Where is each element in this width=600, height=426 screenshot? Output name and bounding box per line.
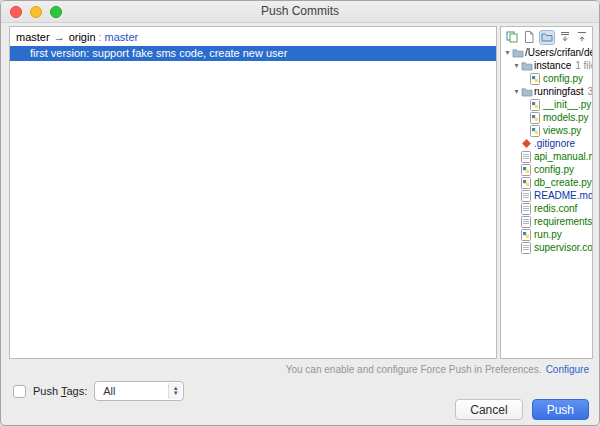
configure-link[interactable]: Configure [546,364,589,375]
tree-item-label: /Users/crifan/dev/dev_root/dar [525,47,593,58]
py-icon [521,229,534,241]
tree-row[interactable]: config.py [501,72,592,85]
push-tags-checkbox[interactable] [13,385,26,398]
files-toolbar [501,27,592,46]
file-count-label: 3 files [587,86,593,97]
zoom-button[interactable] [50,6,62,18]
file-count-label: 1 file [575,60,593,71]
expanded-arrow-icon[interactable]: ▾ [512,59,521,72]
window-title: Push Commits [1,1,599,22]
tree-row[interactable]: api_manual.md [501,150,592,163]
tree-row[interactable]: views.py [501,124,592,137]
close-button[interactable] [10,6,22,18]
tree-item-label: supervisor.conf [534,242,593,253]
tree-row[interactable]: models.py [501,111,592,124]
tree-row[interactable]: redis.conf [501,202,592,215]
tree-row[interactable]: ▾instance1 file [501,59,592,72]
tree-row[interactable]: db_create.py [501,176,592,189]
tree-item-label: config.py [543,73,583,84]
file-tree: ▾/Users/crifan/dev/dev_root/dar▾instance… [501,46,592,254]
folder-icon [521,61,534,71]
force-push-hint: You can enable and configure Force Push … [286,364,589,375]
text-icon [521,190,534,202]
gitignore-icon [521,138,534,149]
py-icon [530,125,543,137]
commits-pane: master→origin:master first version: supp… [9,26,497,359]
remote-branch-link[interactable]: master [105,31,139,43]
arrow-right-icon: → [54,31,65,43]
local-branch-label: master [16,31,50,43]
tree-item-label: runningfast [534,86,583,97]
minimize-button[interactable] [30,6,42,18]
push-commits-dialog: Push Commits master→origin:master first … [0,0,600,426]
text-icon [521,203,534,215]
tree-item-label: views.py [543,125,581,136]
jump-to-source-icon[interactable] [522,30,538,45]
py-icon [521,164,534,176]
folder-icon [521,87,534,97]
text-icon [521,216,534,228]
tree-item-label: models.py [543,112,589,123]
tree-row[interactable]: ▾/Users/crifan/dev/dev_root/dar [501,46,592,59]
commit-message: first version: support fake sms code, cr… [30,47,287,59]
py-icon [530,99,543,111]
tags-dropdown-value: All [103,385,115,397]
hint-text: You can enable and configure Force Push … [286,364,542,375]
push-tags-label: Push Tags: [33,385,87,397]
tree-row[interactable]: __init__.py [501,98,592,111]
tree-item-label: requirements.txt [534,216,593,227]
push-tags-row: Push Tags: All ▲▼ [13,381,184,401]
text-icon [521,242,534,254]
py-icon [521,177,534,189]
tree-item-label: README.md [534,190,593,201]
branch-row[interactable]: master→origin:master [10,27,496,46]
tree-item-label: __init__.py [543,99,591,110]
tree-row[interactable]: run.py [501,228,592,241]
changed-files-pane: ▾/Users/crifan/dev/dev_root/dar▾instance… [500,26,593,359]
tree-row[interactable]: config.py [501,163,592,176]
tree-item-label: db_create.py [534,177,592,188]
title-bar[interactable]: Push Commits [1,1,599,23]
py-icon [530,73,543,85]
branch-separator: : [99,31,102,43]
commit-item-selected[interactable]: first version: support fake sms code, cr… [10,46,496,61]
py-icon [530,112,543,124]
tree-row[interactable]: ▾runningfast3 files [501,85,592,98]
tree-row[interactable]: requirements.txt [501,215,592,228]
show-diff-icon[interactable] [504,30,520,45]
tree-row[interactable]: .gitignore [501,137,592,150]
folder-icon [512,48,525,58]
expanded-arrow-icon[interactable]: ▾ [503,46,512,59]
tree-item-label: redis.conf [534,203,577,214]
text-icon [521,151,534,163]
tree-row[interactable]: README.md [501,189,592,202]
tree-row[interactable]: supervisor.conf [501,241,592,254]
tree-item-label: config.py [534,164,574,175]
group-by-directory-icon[interactable] [539,30,555,45]
expanded-arrow-icon[interactable]: ▾ [512,85,521,98]
remote-name-label[interactable]: origin [69,31,96,43]
tree-item-label: run.py [534,229,562,240]
tree-item-label: instance [534,60,571,71]
push-button[interactable]: Push [532,399,589,420]
dialog-buttons: Cancel Push [455,399,589,420]
tree-item-label: api_manual.md [534,151,593,162]
cancel-button[interactable]: Cancel [455,399,522,420]
dropdown-stepper-icon: ▲▼ [168,383,182,399]
tags-dropdown[interactable]: All ▲▼ [94,381,184,401]
collapse-all-icon[interactable] [574,30,590,45]
expand-all-icon[interactable] [557,30,573,45]
tree-item-label: .gitignore [534,138,575,149]
